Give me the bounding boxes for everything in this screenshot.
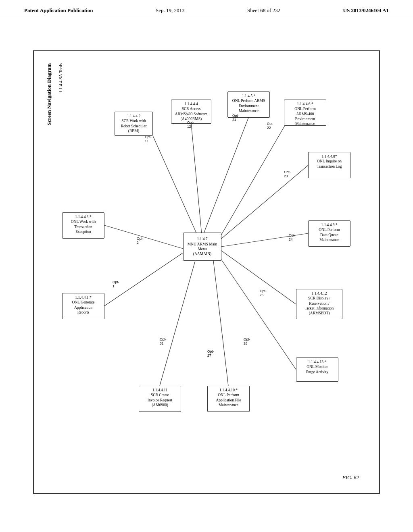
sheet-label: Sheet 68 of 232 <box>247 7 280 14</box>
node-1144-13: 1.1.4.4.13.* ONL Monitor Purge Activity <box>296 357 338 382</box>
node-1144-43-l3: Transaction <box>65 224 102 229</box>
node-1144-46-l2: ONL Perform <box>286 106 324 111</box>
page-header: Patent Application Publication Sep. 19, … <box>0 0 413 18</box>
node-1144-11-l4: (AM0900) <box>141 403 179 407</box>
node-1144-44-l2: SCR Access <box>173 106 209 111</box>
node-1144-12-l5: (ARMSEDT) <box>298 311 340 316</box>
node-1144-45-l2: ONL Perform ARMS <box>230 98 267 103</box>
node-1144-13-l2: ONL Monitor <box>298 364 336 369</box>
opt-27-label: Opt-27 <box>207 349 214 357</box>
node-1144-48-l2: ONL Inquire on <box>311 159 348 164</box>
node-1144-46-l1: 1.1.4.4.6.* <box>286 102 324 106</box>
svg-line-0 <box>153 136 202 247</box>
node-1144-42-l2: SCR Work with <box>117 118 150 123</box>
diagram-title: Screen Navigation Diagram <box>46 63 52 125</box>
node-1144-10-l1: 1.1.4.4.10.* <box>210 388 247 393</box>
node-1144-12: 1.1.4.4.12 SCR Display / Reservation / T… <box>296 289 342 319</box>
node-1144-12-l4: Ticket Information <box>298 306 340 311</box>
node-1144-10-l2: ONL Perform <box>210 393 247 397</box>
node-1144-42-l4: (RBM) <box>117 129 150 133</box>
svg-line-6 <box>221 251 296 304</box>
publication-label: Patent Application Publication <box>24 7 93 14</box>
center-node-id: 1.1.4.7 <box>197 237 207 241</box>
svg-line-4 <box>221 165 308 239</box>
svg-line-7 <box>219 257 296 370</box>
node-1144-48-l1: 1.1.4.4.8* <box>311 154 348 159</box>
svg-line-9 <box>160 261 195 386</box>
node-1144-42: 1.1.4.4.2 SCR Work with Robot Scheduler … <box>115 112 153 136</box>
node-1144-45-l1: 1.1.4.5.* <box>230 94 267 98</box>
node-1144-49-l4: Maintenance <box>311 237 348 242</box>
svg-line-3 <box>221 126 285 235</box>
svg-line-11 <box>104 253 183 306</box>
node-1144-43-l1: 1.1.4.4.3.* <box>65 214 102 219</box>
node-1144-11-l1: 1.1.4.4.11 <box>141 388 179 393</box>
node-1144-48-l3: Transaction Log <box>311 164 348 169</box>
patent-number: US 2013/0246104 A1 <box>343 7 389 14</box>
node-1144-12-l1: 1.1.4.4.12 <box>298 291 340 296</box>
node-1144-45-l4: Maintenance <box>230 108 267 113</box>
opt-25-label: Opt-25 <box>260 289 267 297</box>
node-1144-11-l2: SCR Create <box>141 393 179 397</box>
node-1144-10-l3: Application File <box>210 398 247 403</box>
svg-line-10 <box>104 225 183 249</box>
svg-line-1 <box>191 124 202 243</box>
node-1144-49-l2: ONL Perform <box>311 227 348 232</box>
opt-22-label: Opt-22 <box>267 122 274 130</box>
node-1144-42-l3: Robot Scheduler <box>117 124 150 129</box>
fig-label: FIG. 62 <box>342 474 359 481</box>
node-1144-13-l3: Purge Activity <box>298 370 336 374</box>
node-1144-49-l1: 1.1.4.4.9.* <box>311 222 348 227</box>
opt-2-label: Opt-2 <box>137 237 144 245</box>
node-1144-41-l2: ONL Generate <box>65 300 102 305</box>
node-1144-45-l3: Environment <box>230 104 267 108</box>
node-1144-49: 1.1.4.4.9.* ONL Perform Data Queue Maint… <box>308 220 350 247</box>
node-1144-44-l3: ARMS/400 Software <box>173 112 209 116</box>
node-1144-46-l5: Maintenance <box>286 121 324 126</box>
diagram-subtitle: 1.1.4.4 SA Tools <box>58 63 63 93</box>
node-1144-42-l1: 1.1.4.4.2 <box>117 114 150 118</box>
diagram-container: Screen Navigation Diagram 1.1.4.4 SA Too… <box>33 50 380 494</box>
opt-26-label: Opt-26 <box>244 337 250 345</box>
node-1144-41: 1.1.4.4.1.* ONL Generate Application Rep… <box>62 293 104 319</box>
node-1144-12-l2: SCR Display / <box>298 296 340 301</box>
node-1144-13-l1: 1.1.4.4.13.* <box>298 360 336 364</box>
node-1144-49-l3: Data Queue <box>311 233 348 237</box>
node-1144-12-l3: Reservation / <box>298 301 340 306</box>
opt-24-label: Opt-24 <box>289 233 296 241</box>
node-1144-43-l2: ONL Work with <box>65 219 102 224</box>
center-node-line3: Menu <box>198 247 206 251</box>
node-1144-11-l3: Invoice Request <box>141 398 179 403</box>
opt-11-label: Opt-11 <box>145 135 152 143</box>
node-1144-10-l4: Maintenance <box>210 403 247 407</box>
svg-line-2 <box>202 118 248 237</box>
node-1144-46-l4: Environment <box>286 116 324 121</box>
node-1144-11: 1.1.4.4.11 SCR Create Invoice Request (A… <box>139 386 181 412</box>
node-1144-41-l1: 1.1.4.4.1.* <box>65 295 102 300</box>
node-1144-41-l4: Reports <box>65 310 102 315</box>
center-node-line4: (AAMAIN) <box>193 251 211 256</box>
opt-23-label: Opt-23 <box>284 170 291 178</box>
opt-12-label: Opt-12 <box>187 121 194 129</box>
opt-1-label: Opt-1 <box>113 280 119 288</box>
node-1144-46-l3: ARMS/400 <box>286 112 324 116</box>
node-1144-43-l4: Exception <box>65 229 102 234</box>
node-1144-41-l3: Application <box>65 305 102 310</box>
node-1144-46: 1.1.4.4.6.* ONL Perform ARMS/400 Environ… <box>284 100 326 126</box>
node-1144-44-l1: 1.1.4.4.4 <box>173 102 209 106</box>
node-1144-43: 1.1.4.4.3.* ONL Work with Transaction Ex… <box>62 212 104 239</box>
opt-31-label: Opt-31 <box>160 337 167 345</box>
svg-line-8 <box>213 261 228 386</box>
center-node: 1.1.4.7 MNU ARMS Main Menu (AAMAIN) <box>183 233 221 261</box>
opt-21-label: Opt-21 <box>232 114 239 122</box>
node-1144-44: 1.1.4.4.4 SCR Access ARMS/400 Software (… <box>171 100 211 124</box>
date-label: Sep. 19, 2013 <box>156 7 185 14</box>
node-1144-10: 1.1.4.4.10.* ONL Perform Application Fil… <box>207 386 250 412</box>
main-content: Screen Navigation Diagram 1.1.4.4 SA Too… <box>0 18 413 526</box>
center-node-line2: MNU ARMS Main <box>188 242 217 247</box>
node-1144-48: 1.1.4.4.8* ONL Inquire on Transaction Lo… <box>308 152 350 178</box>
